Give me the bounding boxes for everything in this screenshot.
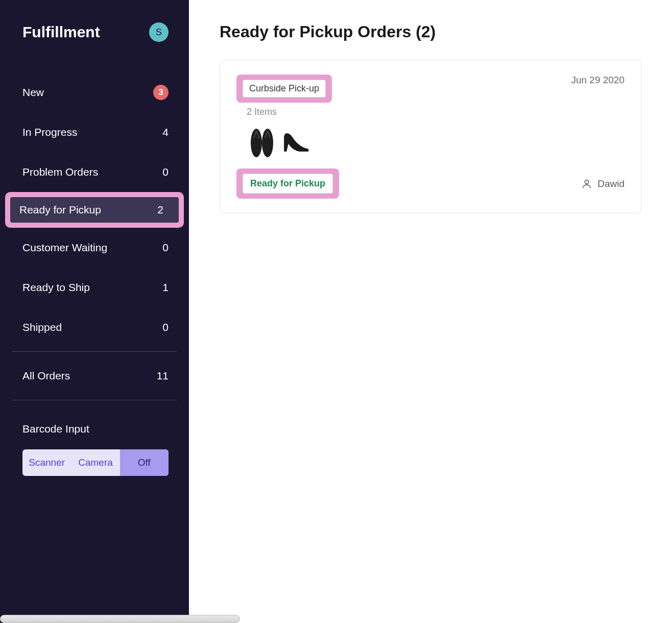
segment-off[interactable]: Off — [120, 449, 169, 476]
nav-count: 0 — [156, 166, 169, 178]
nav-label: All Orders — [22, 370, 70, 382]
nav-count: 0 — [156, 321, 169, 333]
status-badge: Ready for Pickup — [243, 174, 333, 194]
horizontal-scrollbar[interactable] — [0, 615, 240, 623]
order-card-bottom: Ready for Pickup Dawid — [236, 169, 625, 199]
high-heel-icon — [281, 124, 312, 160]
avatar[interactable]: S — [149, 22, 169, 42]
svg-point-1 — [262, 129, 273, 157]
nav-item-in-progress[interactable]: In Progress 4 — [0, 112, 189, 152]
product-thumbnails — [247, 124, 625, 160]
segment-scanner[interactable]: Scanner — [22, 449, 71, 476]
flip-flops-icon — [247, 124, 277, 160]
order-date: Jun 29 2020 — [571, 75, 625, 86]
nav-item-ready-for-pickup[interactable]: Ready for Pickup 2 — [10, 197, 179, 223]
nav-label: Ready for Pickup — [19, 204, 101, 216]
divider — [12, 351, 177, 352]
nav-count: 4 — [156, 126, 169, 138]
nav-item-new[interactable]: New 3 — [0, 73, 189, 112]
nav-label: Customer Waiting — [22, 242, 107, 254]
divider — [12, 400, 177, 400]
nav-item-all-orders[interactable]: All Orders 11 — [0, 356, 189, 396]
barcode-segmented-control: Scanner Camera Off — [22, 449, 169, 476]
items-count-line: 2 Items — [247, 107, 625, 117]
user-icon — [581, 178, 592, 189]
sidebar-header: Fulfillment S — [0, 22, 189, 73]
assignee-name: Dawid — [597, 178, 625, 189]
svg-point-2 — [585, 180, 589, 183]
pickup-type-badge: Curbside Pick-up — [243, 80, 326, 98]
nav-item-shipped[interactable]: Shipped 0 — [0, 307, 189, 347]
nav-item-customer-waiting[interactable]: Customer Waiting 0 — [0, 228, 189, 268]
nav-label: New — [22, 86, 44, 99]
order-card-top: Curbside Pick-up Jun 29 2020 — [236, 75, 625, 106]
segment-camera[interactable]: Camera — [71, 449, 119, 476]
nav-label: Problem Orders — [22, 166, 98, 178]
nav-count: 0 — [156, 242, 169, 254]
nav-count: 2 — [151, 204, 163, 216]
pickup-type-highlight: Curbside Pick-up — [236, 75, 332, 103]
nav-list: New 3 In Progress 4 Problem Orders 0 Rea… — [0, 73, 189, 347]
nav-label: Shipped — [22, 321, 62, 333]
page-title: Ready for Pickup Orders (2) — [220, 22, 641, 41]
nav-count: 11 — [156, 370, 169, 382]
barcode-input-section: Barcode Input Scanner Camera Off — [0, 404, 189, 476]
nav-item-ready-for-pickup-highlight: Ready for Pickup 2 — [0, 192, 189, 228]
app-title: Fulfillment — [22, 23, 100, 41]
main-content: Ready for Pickup Orders (2) Curbside Pic… — [189, 0, 672, 623]
svg-point-0 — [251, 129, 262, 157]
status-badge-highlight: Ready for Pickup — [236, 169, 339, 199]
nav-label: In Progress — [22, 126, 77, 138]
nav-label: Ready to Ship — [22, 281, 90, 294]
sidebar: Fulfillment S New 3 In Progress 4 Proble… — [0, 0, 189, 623]
nav-count: 1 — [156, 281, 169, 294]
nav-item-ready-to-ship[interactable]: Ready to Ship 1 — [0, 268, 189, 307]
assignee: Dawid — [581, 178, 625, 189]
nav-badge-count: 3 — [153, 85, 169, 100]
barcode-input-label: Barcode Input — [22, 423, 169, 435]
nav-item-problem-orders[interactable]: Problem Orders 0 — [0, 152, 189, 192]
order-card[interactable]: Curbside Pick-up Jun 29 2020 2 Items — [220, 60, 641, 213]
